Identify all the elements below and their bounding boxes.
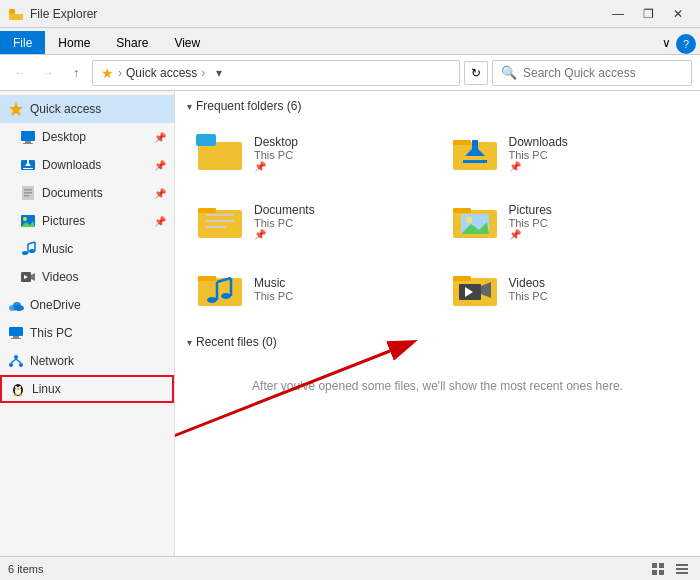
pictures-folder-name: Pictures — [509, 203, 680, 217]
back-button[interactable]: ← — [8, 61, 32, 85]
svg-rect-81 — [676, 572, 688, 574]
details-view-button[interactable] — [672, 559, 692, 579]
maximize-button[interactable]: ❐ — [634, 4, 662, 24]
sidebar: Quick access Desktop 📌 Downloads 📌 Docum… — [0, 91, 175, 556]
folder-item-desktop[interactable]: Desktop This PC 📌 — [187, 123, 434, 183]
svg-rect-30 — [11, 338, 21, 339]
frequent-section-header[interactable]: ▾ Frequent folders (6) — [187, 99, 688, 113]
downloads-folder-sub: This PC — [509, 149, 680, 161]
sidebar-item-quick-access[interactable]: Quick access — [0, 95, 174, 123]
sidebar-item-network[interactable]: Network — [0, 347, 174, 375]
recent-section-header[interactable]: ▾ Recent files (0) — [187, 335, 688, 349]
large-icons-view-button[interactable] — [648, 559, 668, 579]
sidebar-downloads-label: Downloads — [42, 158, 148, 172]
music-folder-name: Music — [254, 276, 425, 290]
sidebar-item-desktop[interactable]: Desktop 📌 — [0, 123, 174, 151]
svg-rect-11 — [24, 189, 32, 191]
folder-item-music[interactable]: Music This PC — [187, 259, 434, 319]
app-icon — [8, 6, 24, 22]
ribbon-collapse-button[interactable]: ∨ — [656, 32, 676, 54]
chevron-down-icon-recent: ▾ — [187, 337, 192, 348]
pin-icon: 📌 — [154, 216, 166, 227]
ribbon-tab-list: File Home Share View ∨ ? — [0, 28, 700, 54]
sidebar-item-music[interactable]: Music — [0, 235, 174, 263]
recent-empty-message: After you've opened some files, we'll sh… — [187, 359, 688, 413]
sidebar-pictures-label: Pictures — [42, 214, 148, 228]
ribbon: File Home Share View ∨ ? — [0, 28, 700, 55]
close-button[interactable]: ✕ — [664, 4, 692, 24]
downloads-folder-name: Downloads — [509, 135, 680, 149]
folder-item-downloads[interactable]: Downloads This PC 📌 — [442, 123, 689, 183]
tab-view[interactable]: View — [161, 31, 213, 54]
svg-marker-23 — [31, 273, 35, 281]
sidebar-item-thispc[interactable]: This PC — [0, 319, 174, 347]
svg-line-34 — [11, 359, 16, 363]
downloads-folder-icon — [451, 132, 499, 174]
address-path-box[interactable]: ★ › Quick access › ▾ — [92, 60, 460, 86]
view-controls — [648, 559, 692, 579]
recent-section: ▾ Recent files (0) After you've opened s… — [187, 335, 688, 413]
svg-line-20 — [28, 242, 35, 244]
svg-rect-57 — [453, 208, 471, 213]
music-folder-info: Music This PC — [254, 276, 425, 302]
window-title: File Explorer — [30, 7, 604, 21]
onedrive-icon — [8, 297, 24, 313]
search-icon: 🔍 — [501, 65, 517, 80]
sidebar-thispc-label: This PC — [30, 326, 166, 340]
documents-icon — [20, 185, 36, 201]
sidebar-item-linux[interactable]: Linux — [0, 375, 174, 403]
svg-rect-1 — [9, 14, 23, 20]
sidebar-item-documents[interactable]: Documents 📌 — [0, 179, 174, 207]
svg-point-31 — [14, 355, 18, 359]
desktop-folder-icon — [196, 132, 244, 174]
documents-folder-name: Documents — [254, 203, 425, 217]
folder-item-videos[interactable]: Videos This PC — [442, 259, 689, 319]
search-input[interactable] — [523, 66, 683, 80]
sidebar-item-pictures[interactable]: Pictures 📌 — [0, 207, 174, 235]
documents-folder-icon — [196, 200, 244, 242]
help-button[interactable]: ? — [676, 34, 696, 54]
desktop-icon — [20, 129, 36, 145]
videos-folder-info: Videos This PC — [509, 276, 680, 302]
videos-folder-name: Videos — [509, 276, 680, 290]
up-button[interactable]: ↑ — [64, 61, 88, 85]
pin-icon: 📌 — [154, 160, 166, 171]
desktop-pin-icon: 📌 — [254, 161, 425, 172]
path-dropdown-arrow[interactable]: ▾ — [209, 66, 229, 80]
path-star-icon: ★ — [101, 65, 114, 81]
svg-rect-55 — [206, 226, 226, 228]
tab-share[interactable]: Share — [103, 31, 161, 54]
svg-rect-8 — [27, 160, 29, 166]
minimize-button[interactable]: — — [604, 4, 632, 24]
svg-rect-47 — [453, 140, 471, 145]
refresh-button[interactable]: ↻ — [464, 61, 488, 85]
svg-marker-2 — [9, 102, 23, 116]
downloads-pin-icon: 📌 — [509, 161, 680, 172]
music-folder-sub: This PC — [254, 290, 425, 302]
svg-rect-29 — [13, 336, 19, 338]
desktop-folder-info: Desktop This PC 📌 — [254, 135, 425, 172]
sidebar-item-downloads[interactable]: Downloads 📌 — [0, 151, 174, 179]
svg-rect-80 — [676, 568, 688, 570]
svg-point-32 — [9, 363, 13, 367]
music-folder-icon — [196, 268, 244, 310]
sidebar-network-label: Network — [30, 354, 166, 368]
sidebar-item-videos[interactable]: Videos — [0, 263, 174, 291]
svg-rect-54 — [206, 220, 234, 222]
folder-item-documents[interactable]: Documents This PC 📌 — [187, 191, 434, 251]
forward-button[interactable]: → — [36, 61, 60, 85]
svg-point-38 — [15, 386, 17, 388]
svg-rect-0 — [9, 9, 15, 14]
tab-file[interactable]: File — [0, 31, 45, 54]
search-box[interactable]: 🔍 — [492, 60, 692, 86]
folder-item-pictures[interactable]: Pictures This PC 📌 — [442, 191, 689, 251]
videos-folder-icon — [451, 268, 499, 310]
sidebar-onedrive-label: OneDrive — [30, 298, 166, 312]
sidebar-item-onedrive[interactable]: OneDrive — [0, 291, 174, 319]
network-icon — [8, 353, 24, 369]
svg-point-39 — [19, 386, 21, 388]
path-end-arrow: › — [201, 66, 205, 80]
path-label: Quick access — [126, 66, 197, 80]
tab-home[interactable]: Home — [45, 31, 103, 54]
svg-rect-76 — [659, 563, 664, 568]
